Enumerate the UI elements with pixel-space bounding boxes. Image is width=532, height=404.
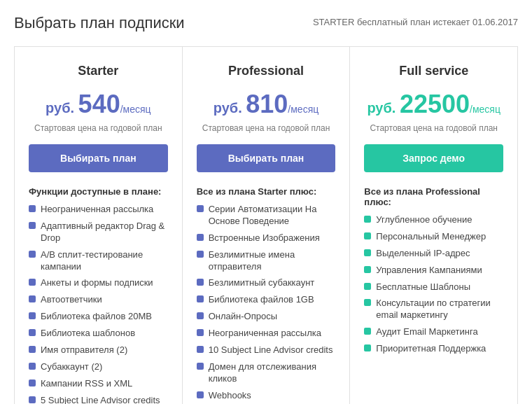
- plan-card-starter: Starter руб. 540/месяц Стартовая цена на…: [15, 47, 183, 404]
- bullet-icon: [364, 232, 371, 239]
- bullet-icon: [364, 299, 371, 306]
- features-title-fullservice: Все из плана Professional плюс:: [364, 186, 503, 207]
- feature-item: Неограниченная рассылка: [197, 328, 336, 340]
- bullet-icon: [197, 234, 204, 241]
- bullet-icon: [197, 279, 204, 286]
- plan-name-starter: Starter: [29, 64, 168, 78]
- plan-subtitle-professional: Стартовая цена на годовой план: [197, 123, 336, 133]
- plan-period-starter: /месяц: [120, 104, 151, 115]
- bullet-icon: [29, 279, 36, 286]
- feature-item: Персональный Менеджер: [364, 231, 503, 243]
- feature-item: Домен для отслеживания кликов: [197, 361, 336, 385]
- feature-list-fullservice: Углубленное обучение Персональный Менедж…: [364, 214, 503, 355]
- bullet-icon: [364, 216, 371, 223]
- feature-item: Кампании RSS и XML: [29, 378, 168, 390]
- plan-price-starter: руб. 540/месяц: [29, 90, 168, 119]
- features-title-starter: Функции доступные в плане:: [29, 186, 168, 197]
- feature-list-starter: Неограниченная рассылка Адаптивный редак…: [29, 204, 168, 404]
- plans-container: Starter руб. 540/месяц Стартовая цена на…: [14, 46, 518, 404]
- plan-btn-starter[interactable]: Выбирать план: [29, 144, 168, 172]
- bullet-icon: [197, 205, 204, 212]
- feature-item: Онлайн-Опросы: [197, 311, 336, 323]
- plan-name-fullservice: Full service: [364, 64, 503, 78]
- feature-item: Неограниченная рассылка: [29, 204, 168, 216]
- plan-btn-professional[interactable]: Выбирать план: [197, 144, 336, 172]
- feature-item: Webhooks: [197, 390, 336, 402]
- bullet-icon: [29, 346, 36, 353]
- plan-currency-starter: руб.: [46, 100, 78, 116]
- feature-item: Встроенные Изображения: [197, 232, 336, 244]
- plan-period-fullservice: /месяц: [470, 104, 500, 115]
- bullet-icon: [197, 251, 204, 258]
- bullet-icon: [364, 266, 371, 273]
- bullet-icon: [29, 295, 36, 302]
- bullet-icon: [29, 251, 36, 258]
- bullet-icon: [29, 379, 36, 386]
- bullet-icon: [29, 363, 36, 370]
- plan-amount-professional: 810: [246, 90, 288, 118]
- bullet-icon: [197, 312, 204, 319]
- bullet-icon: [364, 249, 371, 256]
- plan-name-professional: Professional: [197, 64, 336, 78]
- bullet-icon: [29, 222, 36, 229]
- plan-currency-professional: руб.: [214, 100, 246, 116]
- plan-subtitle-fullservice: Стартовая цена на годовой план: [364, 123, 503, 133]
- feature-item: Библиотека шаблонов: [29, 328, 168, 340]
- bullet-icon: [29, 329, 36, 336]
- bullet-icon: [364, 344, 371, 351]
- feature-item: 10 Subject Line Advisor credits: [197, 344, 336, 356]
- feature-item: Аудит Email Маркетинга: [364, 326, 503, 338]
- plan-subtitle-starter: Стартовая цена на годовой план: [29, 123, 168, 133]
- feature-item: Адаптивный редактор Drag & Drop: [29, 221, 168, 244]
- feature-item: Выделенный IP-адрес: [364, 248, 503, 260]
- bullet-icon: [197, 391, 204, 398]
- plan-period-professional: /месяц: [288, 104, 318, 115]
- feature-item: А/В сплит-тестирование кампании: [29, 249, 168, 273]
- page-header: Выбрать план подписки STARTER бесплатный…: [14, 14, 518, 32]
- features-title-professional: Все из плана Starter плюс:: [197, 186, 336, 197]
- feature-item: Приоритетная Поддержка: [364, 343, 503, 355]
- feature-item: Библиотека файлов 20MB: [29, 311, 168, 323]
- feature-item: Консультации по стратегии email маркетин…: [364, 298, 503, 321]
- plan-price-professional: руб. 810/месяц: [197, 90, 336, 119]
- bullet-icon: [197, 295, 204, 302]
- feature-item: Анкеты и формы подписки: [29, 277, 168, 289]
- page-title: Выбрать план подписки: [14, 14, 185, 32]
- plan-btn-fullservice[interactable]: Запрос демо: [364, 144, 503, 172]
- feature-item: Управления Кампаниями: [364, 265, 503, 277]
- bullet-icon: [197, 363, 204, 370]
- feature-item: Автоответчики: [29, 294, 168, 306]
- plan-amount-starter: 540: [78, 90, 120, 118]
- bullet-icon: [29, 312, 36, 319]
- feature-item: Имя отправителя (2): [29, 344, 168, 356]
- plan-amount-fullservice: 22500: [400, 90, 470, 118]
- feature-item: Серии Автоматизации На Основе Поведение: [197, 204, 336, 228]
- feature-item: Бесплатные Шаблоны: [364, 281, 503, 293]
- bullet-icon: [197, 346, 204, 353]
- bullet-icon: [364, 328, 371, 335]
- bullet-icon: [364, 283, 371, 290]
- bullet-icon: [29, 396, 36, 403]
- feature-item: 5 Subject Line Advisor credits: [29, 395, 168, 404]
- plan-card-professional: Professional руб. 810/месяц Стартовая це…: [183, 47, 351, 404]
- status-badge: STARTER бесплатный план истекает 01.06.2…: [313, 17, 518, 27]
- feature-item: Безлимитные имена отправителя: [197, 249, 336, 273]
- feature-item: Безлимитный субаккаунт: [197, 277, 336, 289]
- feature-item: Субаккаунт (2): [29, 361, 168, 373]
- plan-currency-fullservice: руб.: [367, 100, 400, 116]
- plan-card-fullservice: Full service руб. 22500/месяц Стартовая …: [350, 47, 517, 404]
- feature-list-professional: Серии Автоматизации На Основе Поведение …: [197, 204, 336, 404]
- feature-item: Углубленное обучение: [364, 214, 503, 226]
- bullet-icon: [29, 205, 36, 212]
- bullet-icon: [197, 329, 204, 336]
- plan-price-fullservice: руб. 22500/месяц: [364, 90, 503, 119]
- feature-item: Библиотека файлов 1GB: [197, 294, 336, 306]
